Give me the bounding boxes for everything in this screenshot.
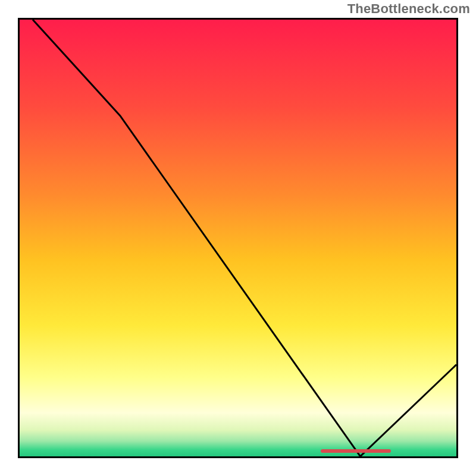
chart-line xyxy=(20,20,456,456)
chart-area xyxy=(18,18,458,458)
watermark-text: TheBottleneck.com xyxy=(347,1,470,17)
optimal-range-marker xyxy=(321,449,390,453)
